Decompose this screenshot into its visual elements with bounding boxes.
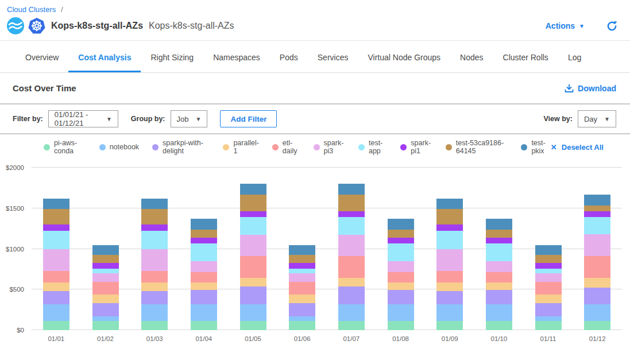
view-by-select[interactable]: Day ▼ bbox=[578, 110, 616, 127]
bar-segment-test-53ca9186-64145 bbox=[240, 195, 266, 211]
bar-segment-test-53ca9186-64145 bbox=[388, 230, 414, 238]
bar-segment-test-app bbox=[388, 243, 414, 262]
bar-segment-test-app bbox=[240, 217, 266, 235]
bar-segment-test-pkix bbox=[486, 219, 512, 229]
group-by-select[interactable]: Job ▼ bbox=[171, 110, 208, 127]
chevron-down-icon: ▼ bbox=[604, 116, 610, 122]
bar-segment-parallel-1 bbox=[388, 282, 414, 290]
tab-services[interactable]: Services bbox=[308, 53, 358, 72]
legend-dot bbox=[223, 144, 229, 150]
section-title: Cost Over Time bbox=[13, 83, 76, 93]
bar-segment-sparkpi-with-delight bbox=[388, 290, 414, 304]
legend-item-pi-aws-conda[interactable]: pi-aws-conda bbox=[44, 139, 86, 155]
legend-item-notebook[interactable]: notebook bbox=[99, 143, 139, 151]
legend-label: sparkpi-with-delight bbox=[163, 139, 210, 155]
cluster-title: Kops-k8s-stg-all-AZs bbox=[51, 21, 143, 31]
bar-segment-spark-pi1 bbox=[584, 211, 610, 216]
view-by-label: View by: bbox=[543, 115, 572, 123]
actions-label: Actions bbox=[546, 21, 575, 30]
bar-segment-sparkpi-with-delight bbox=[43, 291, 69, 304]
x-tick-label: 01/12 bbox=[573, 335, 622, 342]
bar-segment-notebook bbox=[338, 304, 365, 321]
y-tick-label: $1000 bbox=[6, 246, 24, 253]
tab-virtual-node-groups[interactable]: Virtual Node Groups bbox=[358, 53, 450, 72]
stacked-bar bbox=[486, 219, 512, 330]
stacked-bar bbox=[436, 199, 463, 330]
bar-segment-spark-pi3 bbox=[388, 261, 414, 272]
bar-segment-test-pkix bbox=[584, 195, 610, 206]
bar-segment-sparkpi-with-delight bbox=[141, 291, 168, 304]
bar-column-01/05 bbox=[229, 168, 278, 330]
bar-segment-pi-aws-conda bbox=[240, 321, 266, 330]
legend-item-test-53ca9186-64145[interactable]: test-53ca9186-64145 bbox=[446, 139, 508, 155]
stacked-bar bbox=[92, 245, 119, 331]
tab-cluster-rolls[interactable]: Cluster Rolls bbox=[493, 53, 558, 72]
legend-item-spark-pi1[interactable]: spark-pi1 bbox=[400, 139, 432, 155]
download-label: Download bbox=[578, 84, 616, 93]
refresh-icon[interactable] bbox=[606, 21, 617, 32]
bar-segment-sparkpi-with-delight bbox=[535, 303, 562, 316]
bar-segment-spark-pi1 bbox=[191, 238, 217, 243]
tab-overview[interactable]: Overview bbox=[16, 53, 68, 72]
bar-segment-etl-daily bbox=[141, 271, 168, 282]
stacked-bar bbox=[338, 184, 365, 330]
legend-item-sparkpi-with-delight[interactable]: sparkpi-with-delight bbox=[152, 139, 210, 155]
date-range-select[interactable]: 01/01/21 - 01/12/21 ▼ bbox=[48, 110, 118, 127]
stacked-bar bbox=[43, 199, 69, 330]
bar-segment-test-app bbox=[191, 243, 217, 262]
bar-segment-spark-pi3 bbox=[141, 249, 168, 271]
bar-segment-notebook bbox=[388, 304, 414, 321]
bar-segment-pi-aws-conda bbox=[338, 321, 365, 330]
bar-segment-test-pkix bbox=[240, 184, 266, 195]
tab-right-sizing[interactable]: Right Sizing bbox=[141, 53, 203, 72]
bar-segment-spark-pi1 bbox=[338, 211, 365, 216]
bar-segment-pi-aws-conda bbox=[535, 321, 562, 330]
bar-segment-pi-aws-conda bbox=[289, 321, 315, 330]
add-filter-button[interactable]: Add Filter bbox=[220, 110, 277, 127]
bar-segment-test-53ca9186-64145 bbox=[289, 255, 315, 262]
chart-legend: pi-aws-condanotebooksparkpi-with-delight… bbox=[0, 134, 630, 160]
tab-namespaces[interactable]: Namespaces bbox=[203, 53, 270, 72]
actions-button[interactable]: Actions ▼ bbox=[546, 21, 585, 30]
tab-log[interactable]: Log bbox=[558, 53, 591, 72]
bar-segment-notebook bbox=[535, 316, 562, 321]
cluster-icons bbox=[7, 17, 45, 34]
bar-segment-pi-aws-conda bbox=[141, 321, 168, 330]
tab-bar: OverviewCost AnalysisRight SizingNamespa… bbox=[0, 41, 630, 73]
bar-segment-spark-pi3 bbox=[486, 261, 512, 272]
bar-segment-pi-aws-conda bbox=[388, 321, 414, 330]
legend-dot bbox=[272, 144, 279, 150]
legend-dot bbox=[152, 144, 159, 150]
y-tick-label: $1500 bbox=[6, 205, 24, 212]
bar-segment-etl-daily bbox=[338, 256, 365, 278]
bar-segment-test-pkix bbox=[289, 245, 315, 255]
legend-item-etl-daily[interactable]: etl-daily bbox=[272, 139, 300, 155]
kubernetes-icon bbox=[28, 17, 45, 34]
tab-cost-analysis[interactable]: Cost Analysis bbox=[68, 53, 141, 72]
legend-item-parallel-1[interactable]: parallel-1 bbox=[223, 139, 258, 155]
ocean-icon bbox=[7, 17, 24, 34]
bar-segment-test-53ca9186-64145 bbox=[584, 206, 610, 212]
deselect-all-button[interactable]: ✕ Deselect All bbox=[551, 143, 604, 152]
legend-item-test-app[interactable]: test-app bbox=[358, 139, 387, 155]
bar-segment-spark-pi3 bbox=[338, 235, 365, 256]
filter-by-label: Filter by: bbox=[13, 115, 43, 123]
tab-nodes[interactable]: Nodes bbox=[450, 53, 493, 72]
download-icon bbox=[565, 84, 574, 93]
legend-item-test-pkix[interactable]: test-pkix bbox=[521, 139, 551, 155]
bar-segment-parallel-1 bbox=[191, 282, 217, 290]
legend-label: spark-pi1 bbox=[411, 139, 432, 155]
bar-segment-test-pkix bbox=[92, 245, 119, 255]
download-button[interactable]: Download bbox=[565, 84, 616, 93]
tab-pods[interactable]: Pods bbox=[270, 53, 308, 72]
breadcrumb-cloud-clusters-link[interactable]: Cloud Clusters bbox=[7, 5, 56, 14]
bar-segment-pi-aws-conda bbox=[486, 321, 512, 330]
legend-label: pi-aws-conda bbox=[54, 139, 86, 155]
bar-column-01/09 bbox=[425, 168, 474, 330]
bar-segment-notebook bbox=[584, 304, 610, 320]
bar-segment-spark-pi1 bbox=[240, 211, 266, 216]
chart-plot bbox=[32, 168, 622, 330]
cluster-subtitle: Kops-k8s-stg-all-AZs bbox=[149, 21, 234, 31]
bar-segment-etl-daily bbox=[43, 271, 69, 282]
legend-item-spark-pi3[interactable]: spark-pi3 bbox=[314, 139, 345, 155]
